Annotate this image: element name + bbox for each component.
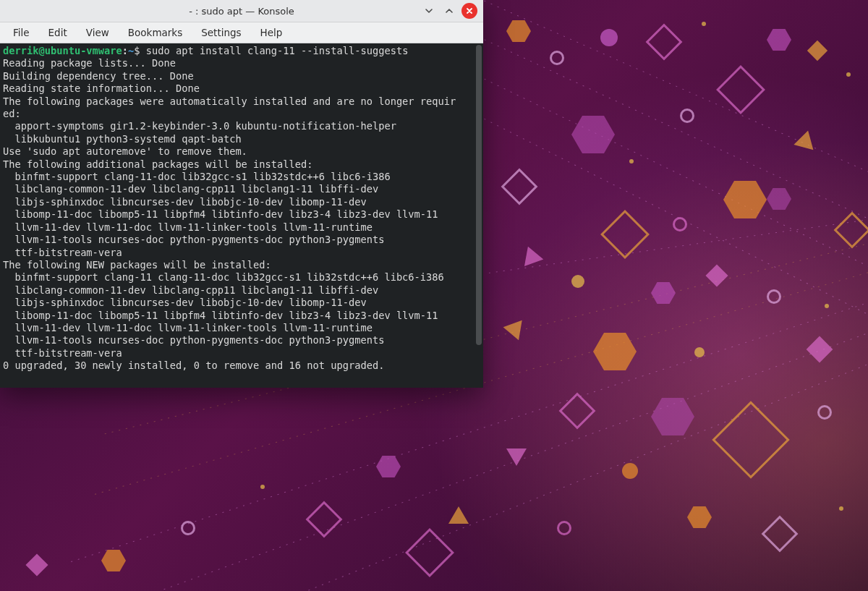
menu-file[interactable]: File xyxy=(4,25,38,41)
menu-edit[interactable]: Edit xyxy=(40,25,76,41)
terminal-area[interactable]: derrik@ubuntu-vmware:~$ sudo apt install… xyxy=(0,43,483,388)
minimize-button[interactable] xyxy=(421,3,437,19)
desktop-wallpaper: - : sudo apt — Konsole File Edit View Bo… xyxy=(0,0,868,591)
close-button[interactable] xyxy=(461,3,477,19)
menu-help[interactable]: Help xyxy=(252,25,292,41)
chevron-up-icon xyxy=(445,7,454,15)
terminal-output[interactable]: derrik@ubuntu-vmware:~$ sudo apt install… xyxy=(0,43,475,388)
menu-settings[interactable]: Settings xyxy=(192,25,250,41)
menu-view[interactable]: View xyxy=(77,25,118,41)
menubar: File Edit View Bookmarks Settings Help xyxy=(0,22,483,43)
close-icon xyxy=(465,7,474,15)
window-title: - : sudo apt — Konsole xyxy=(0,6,483,17)
konsole-window: - : sudo apt — Konsole File Edit View Bo… xyxy=(0,0,483,388)
maximize-button[interactable] xyxy=(441,3,457,19)
scrollbar[interactable] xyxy=(476,45,482,345)
chevron-down-icon xyxy=(425,7,433,15)
titlebar[interactable]: - : sudo apt — Konsole xyxy=(0,0,483,22)
menu-bookmarks[interactable]: Bookmarks xyxy=(119,25,191,41)
